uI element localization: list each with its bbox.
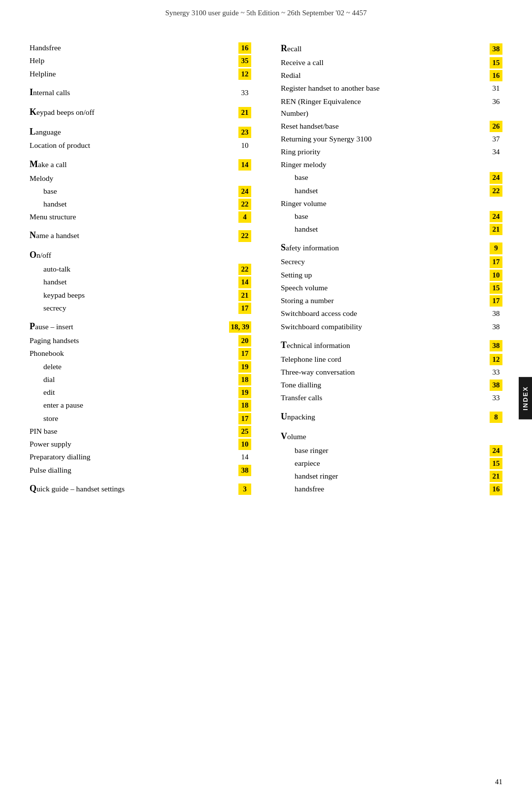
page-number-badge-register-handset: 31 [490,83,502,94]
index-entry-location-of-product: Location of product10 [30,139,251,151]
index-entry-setting-up: Setting up10 [281,269,502,281]
page-number-badge-rv-base: 24 [490,211,502,222]
index-entry-paging-handsets: Paging handsets20 [30,335,251,346]
index-entry-telephone-line: Telephone line cord12 [281,353,502,365]
page-number-badge-name-a-handset: 22 [238,230,251,242]
right-column: Recall38Receive a call15Redial16Register… [266,42,502,497]
page-number-badge-menu-structure: 4 [238,211,251,223]
page-number-badge-pb-store: 17 [238,413,251,424]
page-number-badge-pb-enter-pause: 18 [238,400,251,411]
index-entry-pb-store: store17 [30,413,251,424]
index-entry-handset: handset14 [30,276,251,288]
index-entry-pause-insert: Pause – insert18, 39 [30,320,251,334]
index-entry-auto-talk: auto-talk22 [30,263,251,275]
index-entry-menu-structure: Menu structure4 [30,211,251,223]
page-number-badge-pb-delete: 19 [238,361,251,373]
page-number-badge-reset-handset: 26 [490,121,502,132]
index-entry-internal-calls: Internal calls33 [30,86,251,100]
page-number-badge-pulse-dialling: 38 [238,465,251,476]
index-entry-language: Language23 [30,125,251,139]
page-number-badge-location-of-product: 10 [238,140,251,151]
index-entry-vol-handset-ringer: handset ringer21 [281,470,502,482]
page-number-badge-vol-earpiece: 15 [490,458,502,469]
page-number-badge-secrecy2: 17 [490,256,502,268]
index-entry-phonebook: Phonebook17 [30,347,251,359]
index-entry-unpacking: Unpacking8 [281,410,502,424]
index-entry-quick-guide: Quick guide – handset settings3 [30,482,251,496]
page-number-badge-safety-info: 9 [490,242,502,254]
index-entry-rm-handset: handset22 [281,185,502,197]
index-entry-helpline: Helpline12 [30,68,251,80]
page-number-badge-switchboard-compat: 38 [490,321,502,333]
index-entry-vol-handsfree: handsfree16 [281,483,502,495]
page-number-badge-language: 23 [238,127,251,138]
page-number-badge-storing-a-number: 17 [490,295,502,307]
page-number-badge-pb-dial: 18 [238,374,251,385]
index-entry-help: Help35 [30,55,251,67]
index-entry-handsfree: Handsfree16 [30,42,251,54]
page-number-badge-three-way: 33 [490,367,502,378]
page-number-badge-helpline: 12 [238,69,251,80]
index-entry-keypad-beeps-2: keypad beeps21 [30,289,251,301]
page-number-badge-melody-handset: 22 [238,199,251,210]
page-number-badge-help: 35 [238,55,251,67]
page-number-badge-paging-handsets: 20 [238,335,251,346]
page-number-badge-rv-handset: 21 [490,224,502,235]
page-number-badge-returning-synergy: 37 [490,134,502,145]
index-entry-ring-priority: Ring priority34 [281,146,502,158]
page-number-badge-unpacking: 8 [490,412,502,423]
index-entry-safety-info: Safety information9 [281,241,502,255]
page-number-badge-technical-info: 38 [490,340,502,351]
index-entry-secrecy: secrecy17 [30,302,251,314]
page-number-badge-pb-edit: 19 [238,387,251,398]
index-entry-pb-enter-pause: enter a pause18 [30,399,251,411]
page-number-badge-handsfree: 16 [238,42,251,54]
page-number-badge-recall: 38 [490,43,502,55]
left-column: Handsfree16Help35Helpline12Internal call… [30,42,266,497]
index-entry-volume: Volume [281,430,502,444]
index-entry-preparatory-dialling: Preparatory dialling14 [30,451,251,463]
page-number: 41 [495,778,502,786]
page-number-badge-keypad-beeps-2: 21 [238,290,251,301]
index-entry-ringer-volume: Ringer volume [281,198,502,209]
page-number-badge-secrecy: 17 [238,303,251,314]
index-entry-returning-synergy: Returning your Synergy 310037 [281,133,502,145]
index-entry-speech-volume: Speech volume15 [281,282,502,294]
index-entry-redial: Redial16 [281,69,502,81]
page-number-badge-redial: 16 [490,70,502,81]
page-number-badge-transfer-calls: 33 [490,392,502,404]
index-entry-switchboard-compat: Switchboard compatibility38 [281,321,502,333]
page-number-badge-switchboard-access: 38 [490,308,502,319]
index-entry-rv-base: base24 [281,210,502,222]
page-number-badge-quick-guide: 3 [238,484,251,495]
index-entry-pb-dial: dial18 [30,374,251,385]
page-number-badge-ring-priority: 34 [490,146,502,158]
index-entry-recall: Recall38 [281,42,502,56]
index-entry-pb-edit: edit19 [30,386,251,398]
index-entry-pulse-dialling: Pulse dialling38 [30,464,251,476]
index-entry-tone-dialling: Tone dialling38 [281,379,502,391]
page-number-badge-rm-handset: 22 [490,185,502,197]
page-number-badge-make-a-call: 14 [238,159,251,171]
index-entry-switchboard-access: Switchboard access code38 [281,308,502,319]
page-number-badge-preparatory-dialling: 14 [238,451,251,463]
page-number-badge-pin-base: 25 [238,426,251,437]
page-number-badge-telephone-line: 12 [490,354,502,365]
index-entry-name-a-handset: Name a handset22 [30,229,251,242]
index-entry-melody-base: base24 [30,185,251,197]
index-entry-receive-a-call: Receive a call15 [281,57,502,69]
page-number-badge-pause-insert: 18, 39 [229,321,252,333]
index-entry-rv-handset: handset21 [281,223,502,235]
index-entry-reset-handset: Reset handset/base26 [281,120,502,132]
page-number-badge-rm-base: 24 [490,172,502,183]
index-entry-vol-earpiece: earpiece15 [281,457,502,469]
page-number-badge-vol-base-ringer: 24 [490,445,502,456]
page-number-badge-handset: 14 [238,277,251,288]
index-entry-ringer-melody: Ringer melody [281,159,502,171]
index-entry-three-way: Three-way conversation33 [281,366,502,378]
index-entry-melody: Melody [30,173,251,184]
index-entry-melody-handset: handset22 [30,198,251,210]
page-number-badge-receive-a-call: 15 [490,57,502,69]
page-number-badge-internal-calls: 33 [238,87,251,99]
page-number-badge-power-supply: 10 [238,439,251,450]
